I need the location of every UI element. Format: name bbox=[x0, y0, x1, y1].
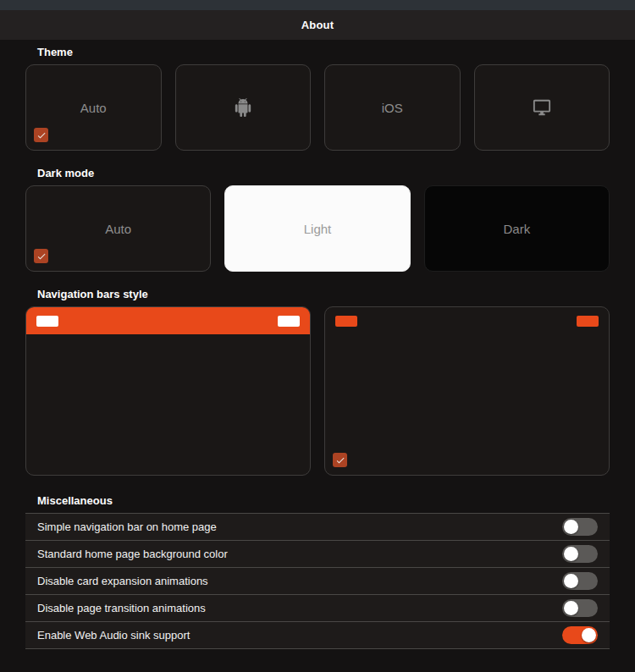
dark-mode-options-grid: Auto Light Dark bbox=[25, 185, 610, 272]
misc-row-label: Disable page transition animations bbox=[37, 602, 206, 614]
checkmark-icon bbox=[36, 251, 47, 262]
dark-mode-dark-label: Dark bbox=[503, 222, 530, 236]
dark-mode-option-light[interactable]: Light bbox=[224, 185, 410, 272]
misc-settings-list: Simple navigation bar on home page Stand… bbox=[25, 513, 610, 649]
toggle-disable-card-animations[interactable] bbox=[562, 572, 598, 590]
theme-options-grid: Auto iOS bbox=[25, 64, 610, 151]
misc-row-simple-nav: Simple navigation bar on home page bbox=[25, 514, 610, 541]
toggle-knob bbox=[582, 628, 596, 642]
misc-row-label: Disable card expansion animations bbox=[37, 575, 208, 587]
page-title: About bbox=[301, 19, 334, 31]
dark-mode-light-label: Light bbox=[304, 222, 332, 236]
selected-checkbox bbox=[333, 453, 347, 467]
nav-style-option-transparent[interactable] bbox=[324, 306, 610, 476]
settings-content: Theme Auto iOS bbox=[0, 40, 635, 649]
dark-mode-option-auto[interactable]: Auto bbox=[25, 185, 211, 272]
window-top-strip bbox=[0, 0, 635, 10]
theme-option-auto-label: Auto bbox=[80, 101, 107, 115]
misc-row-card-animations: Disable card expansion animations bbox=[25, 568, 610, 595]
misc-section-heading: Miscellaneous bbox=[25, 494, 610, 513]
nav-style-option-solid[interactable] bbox=[25, 306, 311, 476]
navbar-left-button-placeholder bbox=[335, 316, 357, 327]
section-theme: Theme Auto iOS bbox=[25, 46, 610, 151]
app-header: About bbox=[0, 10, 635, 40]
misc-row-standard-bg: Standard home page background color bbox=[25, 541, 610, 568]
dark-mode-section-heading: Dark mode bbox=[25, 167, 610, 185]
preview-navbar-solid bbox=[26, 307, 310, 334]
toggle-web-audio-sink[interactable] bbox=[562, 626, 598, 644]
section-misc: Miscellaneous Simple navigation bar on h… bbox=[25, 494, 610, 649]
android-icon bbox=[234, 98, 252, 117]
toggle-simple-nav-bar[interactable] bbox=[562, 518, 598, 536]
selected-checkbox bbox=[34, 128, 48, 142]
theme-option-desktop[interactable] bbox=[474, 64, 610, 151]
preview-navbar-transparent bbox=[325, 307, 609, 334]
desktop-icon bbox=[533, 98, 551, 117]
nav-bars-options-grid bbox=[25, 306, 610, 476]
toggle-knob bbox=[564, 574, 578, 588]
misc-row-web-audio: Enable Web Audio sink support bbox=[25, 622, 610, 649]
checkmark-icon bbox=[36, 130, 47, 140]
theme-option-ios[interactable]: iOS bbox=[324, 64, 461, 151]
navbar-right-button-placeholder bbox=[278, 316, 300, 327]
dark-mode-auto-label: Auto bbox=[105, 222, 131, 236]
toggle-knob bbox=[564, 547, 578, 561]
misc-row-page-animations: Disable page transition animations bbox=[25, 595, 610, 622]
selected-checkbox bbox=[34, 249, 48, 263]
misc-row-label: Standard home page background color bbox=[37, 548, 228, 560]
theme-option-auto[interactable]: Auto bbox=[25, 64, 162, 151]
section-dark-mode: Dark mode Auto Light Dark bbox=[25, 167, 610, 272]
dark-mode-option-dark[interactable]: Dark bbox=[424, 185, 610, 272]
misc-row-label: Simple navigation bar on home page bbox=[37, 521, 217, 533]
misc-row-label: Enable Web Audio sink support bbox=[37, 629, 190, 642]
nav-bars-section-heading: Navigation bars style bbox=[25, 288, 610, 306]
theme-option-android[interactable] bbox=[175, 64, 312, 151]
toggle-disable-page-animations[interactable] bbox=[562, 599, 598, 617]
theme-section-heading: Theme bbox=[25, 46, 610, 64]
section-nav-bars: Navigation bars style bbox=[25, 288, 610, 476]
toggle-knob bbox=[564, 520, 578, 534]
toggle-knob bbox=[564, 601, 578, 615]
navbar-left-button-placeholder bbox=[36, 316, 58, 327]
navbar-right-button-placeholder bbox=[577, 316, 599, 327]
theme-option-ios-label: iOS bbox=[382, 101, 403, 115]
toggle-standard-home-bg[interactable] bbox=[562, 545, 598, 563]
checkmark-icon bbox=[335, 455, 345, 465]
